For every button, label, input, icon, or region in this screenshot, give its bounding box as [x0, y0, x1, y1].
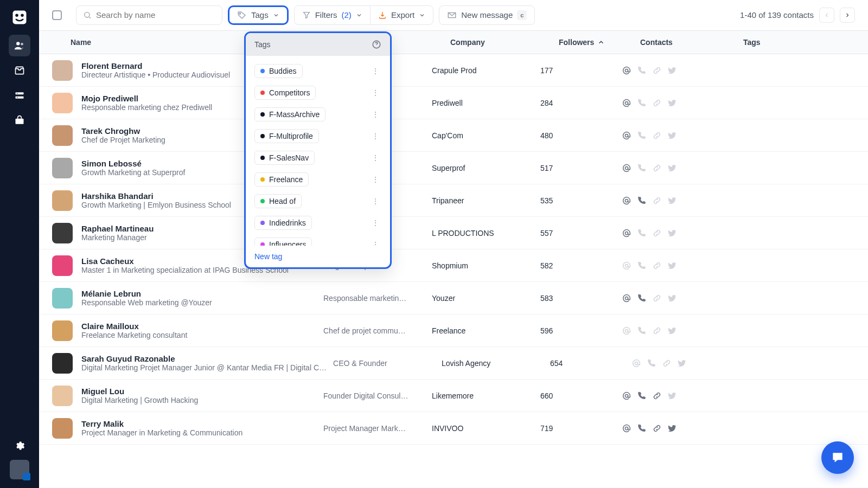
- table-row[interactable]: Mojo PrediwellResponsable marketing chez…: [39, 87, 868, 119]
- twitter-icon[interactable]: [667, 98, 677, 108]
- phone-icon[interactable]: [637, 163, 647, 173]
- tag-item[interactable]: F-MassArchive⋮: [251, 104, 385, 125]
- twitter-icon[interactable]: [667, 66, 677, 75]
- link-icon[interactable]: [662, 358, 672, 368]
- at-icon[interactable]: [622, 131, 631, 140]
- table-row[interactable]: Miguel LouDigital Marketing | Growth Hac…: [39, 380, 868, 412]
- page-prev[interactable]: [819, 8, 834, 23]
- phone-icon[interactable]: [647, 358, 656, 368]
- tag-more-icon[interactable]: ⋮: [369, 153, 381, 162]
- tag-more-icon[interactable]: ⋮: [369, 175, 381, 184]
- phone-icon[interactable]: [637, 423, 647, 433]
- nav-workflows[interactable]: [9, 85, 30, 106]
- link-icon[interactable]: [652, 261, 662, 271]
- search-input[interactable]: [76, 5, 222, 25]
- phone-icon[interactable]: [637, 66, 647, 75]
- at-icon[interactable]: [622, 66, 631, 75]
- tag-more-icon[interactable]: ⋮: [369, 197, 381, 206]
- help-icon[interactable]: [372, 40, 381, 49]
- table-row[interactable]: Sarah Guyud RazonableDigital Marketing P…: [39, 347, 868, 380]
- twitter-icon[interactable]: [667, 261, 677, 271]
- link-icon[interactable]: [652, 391, 662, 401]
- col-tags[interactable]: Tags: [743, 38, 855, 47]
- phone-icon[interactable]: [637, 228, 647, 238]
- phone-icon[interactable]: [637, 293, 647, 303]
- twitter-icon[interactable]: [667, 196, 677, 206]
- tag-more-icon[interactable]: ⋮: [369, 110, 381, 119]
- tag-item[interactable]: Head of⋮: [251, 190, 385, 212]
- twitter-icon[interactable]: [677, 358, 687, 368]
- at-icon[interactable]: [622, 326, 631, 336]
- col-contacts[interactable]: Contacts: [640, 38, 743, 47]
- at-icon[interactable]: [622, 423, 631, 433]
- link-icon[interactable]: [652, 66, 662, 75]
- new-message-button[interactable]: New message c: [439, 5, 535, 25]
- table-row[interactable]: Mélanie LebrunResponsable Web marketing …: [39, 282, 868, 314]
- tag-item[interactable]: F-SalesNav⋮: [251, 147, 385, 169]
- twitter-icon[interactable]: [667, 228, 677, 238]
- table-row[interactable]: Terry MalikProject Manager in Marketing …: [39, 412, 868, 445]
- link-icon[interactable]: [652, 423, 662, 433]
- tag-item[interactable]: Freelance⋮: [251, 169, 385, 190]
- at-icon[interactable]: [622, 261, 631, 271]
- select-all-checkbox[interactable]: [52, 10, 62, 20]
- table-row[interactable]: Claire MaillouxFreelance Marketing consu…: [39, 314, 868, 347]
- twitter-icon[interactable]: [667, 131, 677, 140]
- table-row[interactable]: Lisa CacheuxMaster 1 in Marketing specia…: [39, 249, 868, 282]
- table-row[interactable]: Tarek ChroghwChef de Projet Marketing…et…: [39, 119, 868, 152]
- avatar-self[interactable]: [10, 460, 29, 479]
- table-row[interactable]: Simon LebosséGrowth Marketing at Superpr…: [39, 152, 868, 184]
- at-icon[interactable]: [622, 163, 631, 173]
- phone-icon[interactable]: [637, 131, 647, 140]
- col-followers[interactable]: Followers: [559, 38, 640, 47]
- link-icon[interactable]: [652, 228, 662, 238]
- page-next[interactable]: [840, 8, 855, 23]
- phone-icon[interactable]: [637, 196, 647, 206]
- at-icon[interactable]: [622, 98, 631, 108]
- link-icon[interactable]: [652, 98, 662, 108]
- chat-fab[interactable]: [821, 441, 854, 474]
- at-icon[interactable]: [622, 391, 631, 401]
- link-icon[interactable]: [652, 131, 662, 140]
- link-icon[interactable]: [652, 163, 662, 173]
- link-icon[interactable]: [652, 293, 662, 303]
- table-row[interactable]: Harshika BhandariGrowth Marketing | Emly…: [39, 184, 868, 217]
- link-icon[interactable]: [652, 326, 662, 336]
- twitter-icon[interactable]: [667, 163, 677, 173]
- tag-item[interactable]: F-Multiprofile⋮: [251, 125, 385, 147]
- tag-item[interactable]: Indiedrinks⋮: [251, 212, 385, 234]
- tag-more-icon[interactable]: ⋮: [369, 240, 381, 246]
- nav-settings[interactable]: [9, 435, 30, 457]
- phone-icon[interactable]: [637, 98, 647, 108]
- phone-icon[interactable]: [637, 391, 647, 401]
- col-company[interactable]: Company: [450, 38, 559, 47]
- tag-more-icon[interactable]: ⋮: [369, 67, 381, 75]
- tag-item[interactable]: Influencers⋮: [251, 234, 385, 246]
- tag-more-icon[interactable]: ⋮: [369, 132, 381, 140]
- search-field[interactable]: [96, 10, 215, 20]
- at-icon[interactable]: [631, 358, 641, 368]
- twitter-icon[interactable]: [667, 293, 677, 303]
- tag-more-icon[interactable]: ⋮: [369, 88, 381, 97]
- nav-contacts[interactable]: [9, 35, 30, 56]
- table-row[interactable]: Raphael MartineauMarketing Manager… Comm…: [39, 217, 868, 249]
- tag-item[interactable]: Buddies⋮: [251, 60, 385, 82]
- at-icon[interactable]: [622, 196, 631, 206]
- twitter-icon[interactable]: [667, 391, 677, 401]
- at-icon[interactable]: [622, 293, 631, 303]
- twitter-icon[interactable]: [667, 326, 677, 336]
- new-tag-button[interactable]: New tag: [254, 252, 282, 261]
- nav-inbox[interactable]: [9, 60, 30, 81]
- export-button[interactable]: Export: [370, 5, 433, 25]
- at-icon[interactable]: [622, 228, 631, 238]
- phone-icon[interactable]: [637, 261, 647, 271]
- tag-item[interactable]: Competitors⋮: [251, 82, 385, 104]
- tags-button[interactable]: Tags: [228, 5, 289, 25]
- tag-more-icon[interactable]: ⋮: [369, 219, 381, 227]
- twitter-icon[interactable]: [667, 423, 677, 433]
- filters-button[interactable]: Filters (2): [294, 5, 371, 25]
- phone-icon[interactable]: [637, 326, 647, 336]
- link-icon[interactable]: [652, 196, 662, 206]
- table-row[interactable]: Florent BernardDirecteur Artistique • Pr…: [39, 54, 868, 87]
- nav-tools[interactable]: [9, 110, 30, 131]
